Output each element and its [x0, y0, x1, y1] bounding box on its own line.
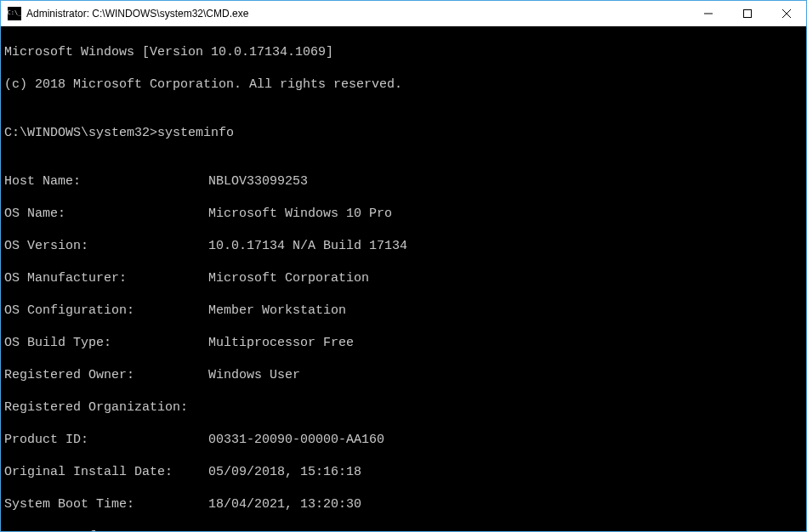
field-os-build-type: OS Build Type:Multiprocessor Free: [4, 335, 803, 351]
svg-rect-0: [744, 9, 752, 17]
maximize-button[interactable]: [728, 1, 767, 26]
field-os-manufacturer: OS Manufacturer:Microsoft Corporation: [4, 270, 803, 286]
cmd-icon: [8, 7, 21, 20]
close-button[interactable]: [767, 1, 806, 26]
field-product-id: Product ID:00331-20090-00000-AA160: [4, 432, 803, 448]
field-host-name: Host Name:NBLOV33099253: [4, 173, 803, 190]
field-original-install-date: Original Install Date:05/09/2018, 15:16:…: [4, 464, 803, 480]
field-system-manufacturer: System Manufacturer:LENOVO: [4, 529, 803, 531]
titlebar[interactable]: Administrator: C:\WINDOWS\system32\CMD.e…: [1, 1, 806, 26]
cmd-window: Administrator: C:\WINDOWS\system32\CMD.e…: [0, 0, 807, 532]
terminal-output[interactable]: Microsoft Windows [Version 10.0.17134.10…: [1, 26, 806, 531]
field-registered-organization: Registered Organization:: [4, 399, 803, 416]
prompt-line: C:\WINDOWS\system32>systeminfo: [4, 125, 803, 141]
banner-version: Microsoft Windows [Version 10.0.17134.10…: [4, 44, 803, 60]
window-title: Administrator: C:\WINDOWS\system32\CMD.e…: [26, 8, 248, 20]
minimize-button[interactable]: [689, 1, 728, 26]
field-system-boot-time: System Boot Time:18/04/2021, 13:20:30: [4, 496, 803, 512]
banner-copyright: (c) 2018 Microsoft Corporation. All righ…: [4, 76, 803, 93]
field-registered-owner: Registered Owner:Windows User: [4, 367, 803, 383]
field-os-name: OS Name:Microsoft Windows 10 Pro: [4, 206, 803, 222]
field-os-version: OS Version:10.0.17134 N/A Build 17134: [4, 238, 803, 254]
field-os-configuration: OS Configuration:Member Workstation: [4, 303, 803, 319]
